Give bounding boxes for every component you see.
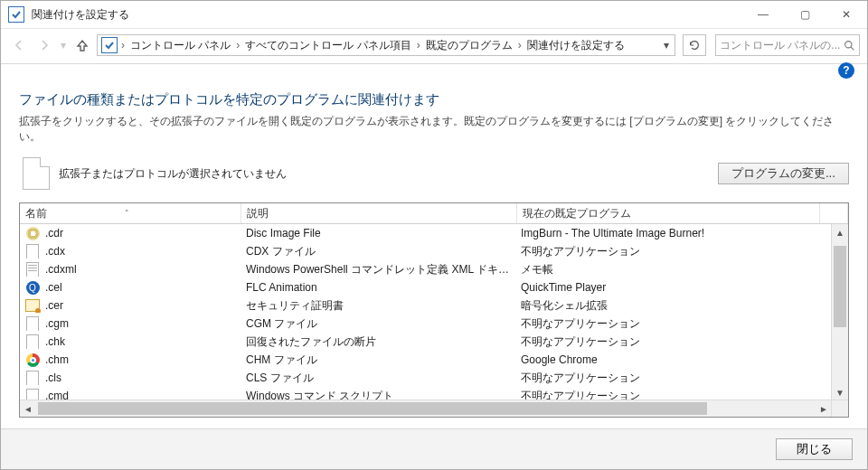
help-icon[interactable]: ?	[838, 62, 854, 79]
assoc-list: 名前˄ 説明 現在の既定プログラム .cdrDisc Image FileImg…	[19, 202, 849, 418]
app-icon	[8, 6, 24, 23]
cert-icon	[25, 298, 40, 313]
ext-prog: 暗号化シェル拡張	[515, 298, 832, 314]
address-bar[interactable]: › コントロール パネル › すべてのコントロール パネル項目 › 既定のプログ…	[97, 34, 675, 56]
scroll-down-icon[interactable]: ▼	[832, 384, 848, 400]
page-icon	[25, 244, 40, 258]
refresh-button[interactable]	[683, 34, 706, 56]
ext-desc: CHM ファイル	[241, 352, 515, 368]
close-window-button[interactable]: ✕	[826, 1, 867, 28]
scroll-right-icon[interactable]: ►	[816, 400, 832, 417]
scroll-up-icon[interactable]: ▲	[832, 224, 848, 240]
vertical-scrollbar[interactable]: ▲ ▼	[831, 224, 848, 400]
search-icon	[844, 40, 855, 52]
table-row[interactable]: .cdrDisc Image FileImgBurn - The Ultimat…	[20, 224, 832, 242]
ext-desc: Windows PowerShell コマンドレット定義 XML ドキュメント	[241, 262, 515, 277]
ext-desc: CGM ファイル	[241, 316, 515, 332]
chevron-right-icon: ›	[518, 39, 522, 52]
table-row[interactable]: .chk回復されたファイルの断片不明なアプリケーション	[20, 333, 832, 351]
ext-name: .chk	[45, 335, 65, 348]
window-title: 関連付けを設定する	[30, 7, 742, 23]
breadcrumb-item[interactable]: 関連付けを設定する	[525, 38, 627, 53]
up-button[interactable]	[71, 34, 93, 56]
svg-line-1	[851, 47, 854, 50]
maximize-button[interactable]: ▢	[784, 1, 826, 28]
minimize-button[interactable]: —	[742, 1, 784, 28]
vscroll-thumb[interactable]	[834, 246, 846, 327]
ext-desc: セキュリティ証明書	[241, 298, 515, 314]
address-icon	[101, 37, 118, 53]
ext-name: .cgm	[45, 317, 69, 330]
scroll-left-icon[interactable]: ◄	[20, 400, 36, 417]
ext-prog: 不明なアプリケーション	[515, 316, 832, 332]
ext-prog: 不明なアプリケーション	[515, 371, 832, 386]
hscroll-thumb[interactable]	[38, 402, 707, 415]
col-header-scrollpad	[820, 203, 848, 223]
page-icon	[25, 371, 40, 385]
ext-desc: CLS ファイル	[241, 371, 515, 386]
table-row[interactable]: .cerセキュリティ証明書暗号化シェル拡張	[20, 296, 832, 315]
chevron-right-icon: ›	[417, 39, 420, 52]
ext-prog: メモ帳	[515, 262, 832, 277]
ext-desc: FLC Animation	[241, 281, 515, 294]
ext-prog: ImgBurn - The Ultimate Image Burner!	[515, 227, 832, 240]
search-placeholder: コントロール パネルの...	[720, 38, 844, 53]
ext-prog: QuickTime Player	[515, 281, 832, 294]
forward-button[interactable]	[33, 34, 55, 56]
sort-indicator-icon: ˄	[125, 209, 129, 218]
ext-name: .cdx	[45, 245, 65, 258]
breadcrumb-item[interactable]: すべてのコントロール パネル項目	[243, 38, 412, 53]
breadcrumb-item[interactable]: 既定のプログラム	[424, 38, 514, 53]
titlebar: 関連付けを設定する — ▢ ✕	[1, 1, 867, 29]
search-input[interactable]: コントロール パネルの...	[715, 34, 860, 56]
ext-name: .cel	[45, 281, 62, 294]
col-header-prog[interactable]: 現在の既定プログラム	[517, 203, 820, 223]
history-dropdown-icon[interactable]: ▾	[59, 39, 68, 52]
scroll-corner	[831, 400, 848, 417]
table-row[interactable]: .clsCLS ファイル不明なアプリケーション	[20, 369, 832, 387]
footer: 閉じる	[1, 428, 867, 469]
table-row[interactable]: .cmdWindows コマンド スクリプト不明なアプリケーション	[20, 387, 832, 400]
hscroll-track[interactable]	[36, 400, 816, 417]
page-heading: ファイルの種類またはプロトコルを特定のプログラムに関連付けます	[19, 91, 849, 108]
close-button[interactable]: 閉じる	[776, 438, 853, 460]
lines-icon	[25, 262, 40, 277]
ext-desc: Windows コマンド スクリプト	[241, 389, 515, 401]
chrome-icon	[25, 352, 40, 367]
nav-row: ▾ › コントロール パネル › すべてのコントロール パネル項目 › 既定のプ…	[1, 29, 867, 64]
page-icon	[25, 334, 40, 349]
rows-inner: .cdrDisc Image FileImgBurn - The Ultimat…	[20, 224, 832, 400]
vscroll-track[interactable]	[832, 240, 848, 384]
address-dropdown-icon[interactable]: ▾	[662, 39, 671, 52]
ext-name: .cdr	[45, 227, 63, 240]
svg-point-0	[845, 41, 852, 47]
ext-prog: 不明なアプリケーション	[515, 334, 832, 350]
table-row[interactable]: Q.celFLC AnimationQuickTime Player	[20, 278, 832, 296]
breadcrumb-item[interactable]: コントロール パネル	[128, 38, 232, 53]
back-button[interactable]	[8, 34, 30, 56]
ext-prog: 不明なアプリケーション	[515, 244, 832, 259]
file-icon	[23, 157, 50, 190]
ext-desc: 回復されたファイルの断片	[241, 334, 515, 350]
table-row[interactable]: .cdxCDX ファイル不明なアプリケーション	[20, 242, 832, 260]
col-header-name[interactable]: 名前˄	[20, 203, 241, 223]
page-explain: 拡張子をクリックすると、その拡張子のファイルを開く既定のプログラムが表示されます…	[19, 114, 849, 145]
change-program-button[interactable]: プログラムの変更...	[718, 163, 849, 184]
ext-name: .cls	[45, 371, 61, 384]
table-row[interactable]: .cdxmlWindows PowerShell コマンドレット定義 XML ド…	[20, 260, 832, 278]
ext-prog: 不明なアプリケーション	[515, 389, 832, 401]
page-icon	[25, 316, 40, 331]
column-headers: 名前˄ 説明 現在の既定プログラム	[20, 203, 848, 224]
chevron-right-icon: ›	[121, 39, 125, 52]
chevron-right-icon: ›	[236, 39, 240, 52]
table-row[interactable]: .chmCHM ファイルGoogle Chrome	[20, 351, 832, 369]
table-row[interactable]: .cgmCGM ファイル不明なアプリケーション	[20, 315, 832, 333]
ext-desc: CDX ファイル	[241, 244, 515, 259]
ext-name: .cer	[45, 299, 63, 312]
disc-icon	[25, 226, 40, 240]
selection-row: 拡張子またはプロトコルが選択されていません プログラムの変更...	[19, 157, 849, 190]
col-header-desc[interactable]: 説明	[241, 203, 517, 223]
horizontal-scrollbar[interactable]: ◄ ►	[20, 400, 832, 417]
rows-viewport: .cdrDisc Image FileImgBurn - The Ultimat…	[20, 224, 848, 417]
q-icon: Q	[25, 280, 40, 295]
